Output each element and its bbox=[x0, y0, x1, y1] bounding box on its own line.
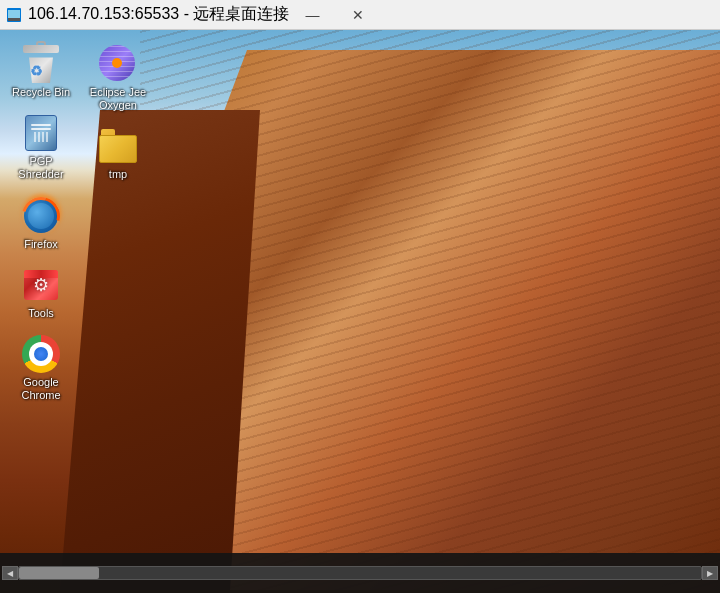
pgp-shredder-icon[interactable]: PGPShredder bbox=[5, 109, 77, 185]
firefox-globe bbox=[24, 199, 58, 233]
eclipse-circle bbox=[99, 45, 135, 81]
desktop-icons-column1: ♻ Recycle Bin bbox=[5, 40, 77, 412]
tools-icon[interactable]: ⚙ Tools bbox=[5, 261, 77, 324]
chrome-label: GoogleChrome bbox=[21, 376, 60, 402]
pgp-body bbox=[25, 115, 57, 151]
eclipse-label: Eclipse JeeOxygen bbox=[90, 86, 146, 112]
desktop-icons-column2: Eclipse JeeOxygen tmp bbox=[82, 40, 154, 192]
chrome-image bbox=[21, 334, 61, 374]
google-chrome-icon[interactable]: GoogleChrome bbox=[5, 330, 77, 406]
recycle-bin-label: Recycle Bin bbox=[12, 86, 70, 99]
tmp-folder-image bbox=[98, 126, 138, 166]
title-text: 106.14.70.153:65533 - 远程桌面连接 bbox=[28, 4, 289, 25]
scroll-left-button[interactable]: ◀ bbox=[2, 566, 18, 580]
scroll-thumb[interactable] bbox=[19, 567, 99, 579]
firefox-inner bbox=[28, 203, 54, 229]
tmp-folder-icon[interactable]: tmp bbox=[82, 122, 154, 185]
eclipse-image bbox=[98, 44, 138, 84]
tools-label: Tools bbox=[28, 307, 54, 320]
firefox-label: Firefox bbox=[24, 238, 58, 251]
tools-image: ⚙ bbox=[21, 265, 61, 305]
firefox-icon[interactable]: Firefox bbox=[5, 192, 77, 255]
title-bar-controls: — ✕ bbox=[289, 0, 381, 29]
tmp-label: tmp bbox=[109, 168, 127, 181]
taskbar: ◀ ▶ bbox=[0, 553, 720, 593]
recycle-bin-image: ♻ bbox=[21, 44, 61, 84]
chrome-inner-blue bbox=[34, 347, 48, 361]
title-bar: 106.14.70.153:65533 - 远程桌面连接 — ✕ bbox=[0, 0, 720, 30]
tools-box: ⚙ bbox=[24, 270, 58, 300]
scroll-track[interactable] bbox=[18, 566, 702, 580]
recycle-bin-icon[interactable]: ♻ Recycle Bin bbox=[5, 40, 77, 103]
taskbar-scrollbar: ◀ ▶ bbox=[0, 553, 720, 593]
eclipse-jee-icon[interactable]: Eclipse JeeOxygen bbox=[82, 40, 154, 116]
title-bar-icon bbox=[6, 7, 22, 23]
pgp-shredder-label: PGPShredder bbox=[18, 155, 63, 181]
minimize-button[interactable]: — bbox=[289, 0, 335, 30]
close-button[interactable]: ✕ bbox=[335, 0, 381, 30]
pgp-shredder-image bbox=[21, 113, 61, 153]
chrome-white-ring bbox=[29, 342, 53, 366]
desktop: ♻ Recycle Bin bbox=[0, 30, 720, 593]
eclipse-dot bbox=[112, 58, 122, 68]
recycle-arrows: ♻ bbox=[30, 63, 43, 79]
svg-rect-2 bbox=[8, 18, 20, 21]
recycle-bin-lid bbox=[23, 45, 59, 53]
folder-body bbox=[99, 135, 137, 163]
scroll-right-button[interactable]: ▶ bbox=[702, 566, 718, 580]
firefox-image bbox=[21, 196, 61, 236]
chrome-outer bbox=[22, 335, 60, 373]
svg-rect-1 bbox=[8, 10, 20, 18]
